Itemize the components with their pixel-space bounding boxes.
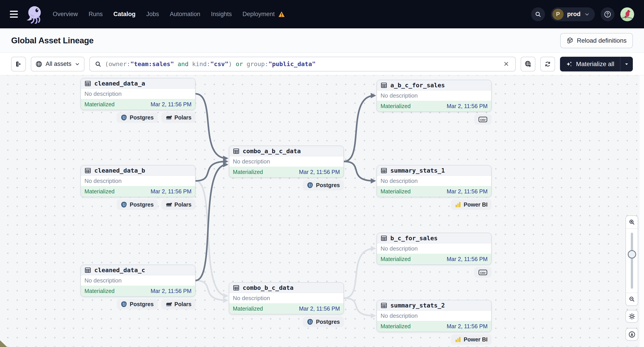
asset-name: b_c_for_sales — [390, 235, 438, 242]
kind-tag-polars[interactable]: Polars — [161, 199, 196, 210]
asset-node[interactable]: combo_b_c_data No description Materializ… — [229, 282, 344, 315]
reload-definitions-button[interactable]: Reload definitions — [560, 33, 633, 48]
zoom-slider[interactable] — [626, 229, 638, 293]
kind-tag-polars[interactable]: Polars — [161, 299, 196, 310]
hamburger-menu-icon[interactable] — [10, 11, 20, 18]
nav-link[interactable]: Runs — [89, 11, 103, 18]
asset-node[interactable]: combo_a_b_c_data No description Material… — [229, 146, 344, 178]
asset-description: No description — [377, 90, 491, 101]
kind-tag-postgres[interactable]: Postgres — [303, 317, 344, 327]
settings-button[interactable] — [626, 310, 638, 323]
search-button[interactable] — [531, 7, 545, 21]
nav-link-label: Runs — [89, 11, 103, 18]
kind-tag-postgres[interactable]: Postgres — [303, 180, 344, 190]
asset-timestamp: Mar 2, 11:56 PM — [447, 256, 488, 262]
zoom-slider-knob[interactable] — [628, 250, 636, 259]
asset-node[interactable]: summary_stats_1 No description Materiali… — [376, 165, 492, 197]
kind-tag-powerbi[interactable]: Power BI — [451, 334, 492, 345]
table-icon — [380, 167, 387, 174]
environment-name: prod — [567, 11, 580, 18]
asset-timestamp: Mar 2, 11:56 PM — [447, 323, 488, 330]
asset-status-bar: Materialized Mar 2, 11:56 PM — [377, 186, 491, 197]
asset-status-bar: Materialized Mar 2, 11:56 PM — [81, 286, 195, 296]
materialize-options-button[interactable] — [620, 57, 633, 71]
new-asset-group-button[interactable] — [521, 57, 536, 71]
asset-description: No description — [229, 156, 344, 167]
chevron-down-icon — [584, 11, 590, 17]
kind-tag-postgres[interactable]: Postgres — [117, 299, 158, 310]
minimap-corner — [0, 340, 7, 347]
kind-tag-polars[interactable]: Polars — [161, 112, 196, 123]
help-button[interactable] — [601, 7, 614, 21]
kind-tag-row: PostgresPolars — [80, 299, 196, 310]
toggle-sidebar-button[interactable] — [11, 57, 26, 71]
lineage-edge — [344, 96, 375, 161]
nav-link[interactable]: Overview — [53, 11, 78, 18]
asset-node-header: summary_stats_1 — [377, 165, 491, 176]
nav-link[interactable]: Catalog — [114, 11, 136, 18]
kind-tag-powerbi[interactable]: Power BI — [451, 199, 492, 210]
nav-link[interactable]: Deployment — [242, 11, 285, 18]
zoom-in-button[interactable] — [626, 216, 638, 229]
asset-description: No description — [377, 243, 491, 254]
postgres-icon — [121, 114, 127, 121]
kind-tag-postgres[interactable]: Postgres — [117, 112, 158, 123]
asset-node-header: combo_a_b_c_data — [229, 146, 344, 156]
asset-node[interactable]: cleaned_data_c No description Materializ… — [80, 265, 196, 297]
asset-name: a_b_c_for_sales — [390, 82, 445, 89]
asset-status: Materialized — [233, 306, 263, 312]
lineage-edge — [196, 94, 227, 158]
lineage-canvas[interactable]: cleaned_data_a No description Materializ… — [0, 75, 644, 347]
asset-timestamp: Mar 2, 11:56 PM — [150, 188, 192, 195]
power-bi-icon — [455, 202, 461, 208]
asset-status-bar: Materialized Mar 2, 11:56 PM — [377, 101, 491, 111]
asset-node[interactable]: a_b_c_for_sales No description Materiali… — [376, 80, 492, 112]
asset-node-header: cleaned_data_c — [81, 265, 195, 275]
zoom-slider-track[interactable] — [631, 233, 633, 289]
asset-filter-input[interactable]: (owner:"team:sales" and kind:"csv") or g… — [90, 57, 516, 71]
kind-tag-row: Postgres — [229, 180, 344, 190]
download-button[interactable] — [626, 328, 638, 341]
table-icon — [233, 285, 240, 291]
lineage-edge — [196, 281, 227, 300]
environment-switcher[interactable]: P prod — [551, 7, 595, 21]
asset-node[interactable]: b_c_for_sales No description Materialize… — [376, 233, 492, 265]
nav-link[interactable]: Automation — [170, 11, 200, 18]
polars-icon — [165, 202, 172, 208]
lineage-edge — [196, 161, 227, 181]
refresh-button[interactable] — [540, 57, 555, 71]
asset-status-bar: Materialized Mar 2, 11:56 PM — [377, 321, 491, 332]
zoom-in-icon — [628, 219, 635, 226]
polars-icon — [165, 302, 172, 307]
asset-description: No description — [81, 89, 195, 99]
user-avatar[interactable] — [620, 7, 634, 21]
asset-node[interactable]: cleaned_data_b No description Materializ… — [80, 165, 196, 197]
materialize-all-button[interactable]: Materialize all — [560, 57, 620, 71]
kind-tag-csv[interactable]: CSV — [474, 267, 492, 278]
kind-tag-row: Power BI — [376, 199, 492, 210]
asset-node[interactable]: cleaned_data_a No description Materializ… — [80, 78, 196, 110]
asset-status: Materialized — [380, 103, 411, 109]
asset-scope-dropdown[interactable]: All assets — [31, 57, 84, 71]
kind-tag-csv[interactable]: CSV — [474, 114, 492, 125]
nav-links: Overview Runs Catalog Jobs Automation In… — [53, 11, 285, 18]
top-nav-bar: Overview Runs Catalog Jobs Automation In… — [0, 0, 644, 28]
lineage-edge — [196, 165, 227, 281]
nav-link[interactable]: Jobs — [146, 11, 159, 18]
clear-filter-icon[interactable]: ✕ — [502, 59, 510, 69]
asset-node[interactable]: summary_stats_2 No description Materiali… — [376, 300, 492, 332]
asset-name: cleaned_data_b — [94, 167, 145, 174]
nav-link[interactable]: Insights — [211, 11, 232, 18]
help-icon — [604, 10, 612, 18]
search-query[interactable]: (owner:"team:sales" and kind:"csv") or g… — [105, 60, 498, 67]
kind-tag-postgres[interactable]: Postgres — [117, 199, 158, 210]
zoom-out-button[interactable] — [626, 293, 638, 306]
open-panel-icon — [15, 60, 22, 68]
asset-node-header: cleaned_data_b — [81, 165, 195, 176]
csv-icon: CSV — [478, 269, 488, 276]
asset-node-header: b_c_for_sales — [377, 233, 491, 243]
dagster-logo[interactable] — [26, 5, 45, 24]
kind-tag-row: PostgresPolars — [80, 199, 196, 210]
table-icon — [84, 167, 91, 174]
polars-icon — [165, 115, 172, 121]
